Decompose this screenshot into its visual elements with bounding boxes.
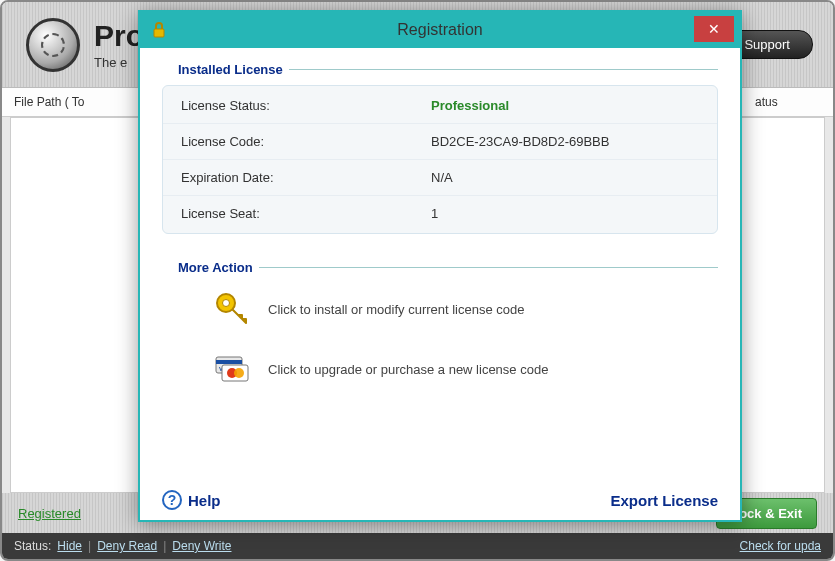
group-more-action-label: More Action bbox=[178, 260, 253, 275]
row-license-seat: License Seat: 1 bbox=[163, 195, 717, 231]
license-code-value: BD2CE-23CA9-BD8D2-69BBB bbox=[431, 134, 609, 149]
group-installed-license: Installed License bbox=[162, 62, 718, 77]
action-upgrade-label: Click to upgrade or purchase a new licen… bbox=[268, 362, 548, 377]
group-installed-license-label: Installed License bbox=[178, 62, 283, 77]
help-icon: ? bbox=[162, 490, 182, 510]
close-button[interactable]: ✕ bbox=[694, 16, 734, 42]
status-deny-read-link[interactable]: Deny Read bbox=[97, 539, 157, 553]
row-expiration: Expiration Date: N/A bbox=[163, 159, 717, 195]
separator: | bbox=[163, 539, 166, 553]
separator: | bbox=[88, 539, 91, 553]
license-code-label: License Code: bbox=[181, 134, 431, 149]
svg-point-8 bbox=[234, 368, 244, 378]
row-license-code: License Code: BD2CE-23CA9-BD8D2-69BBB bbox=[163, 123, 717, 159]
status-strip: Status: Hide | Deny Read | Deny Write Ch… bbox=[2, 533, 833, 559]
app-subtitle: The e bbox=[94, 55, 144, 70]
key-icon bbox=[212, 289, 252, 329]
license-seat-label: License Seat: bbox=[181, 206, 431, 221]
svg-rect-4 bbox=[216, 360, 242, 364]
registration-dialog: Registration ✕ Installed License License… bbox=[138, 10, 742, 522]
registered-link[interactable]: Registered bbox=[18, 506, 81, 521]
action-install-modify[interactable]: Click to install or modify current licen… bbox=[162, 283, 718, 335]
app-title: Pro bbox=[94, 19, 144, 53]
dialog-footer: ? Help Export License bbox=[162, 480, 718, 510]
status-deny-write-link[interactable]: Deny Write bbox=[172, 539, 231, 553]
action-upgrade-purchase[interactable]: VISA Click to upgrade or purchase a new … bbox=[162, 343, 718, 395]
action-install-label: Click to install or modify current licen… bbox=[268, 302, 525, 317]
app-title-block: Pro The e bbox=[94, 19, 144, 70]
svg-point-2 bbox=[223, 300, 230, 307]
status-label: Status: bbox=[14, 539, 51, 553]
license-status-value: Professional bbox=[431, 98, 509, 113]
divider bbox=[289, 69, 718, 70]
dialog-title: Registration bbox=[140, 21, 740, 39]
close-icon: ✕ bbox=[708, 21, 720, 37]
row-license-status: License Status: Professional bbox=[163, 88, 717, 123]
dial-icon bbox=[26, 18, 80, 72]
credit-cards-icon: VISA bbox=[212, 349, 252, 389]
status-hide-link[interactable]: Hide bbox=[57, 539, 82, 553]
license-seat-value: 1 bbox=[431, 206, 438, 221]
check-updates-link[interactable]: Check for upda bbox=[740, 539, 821, 553]
expiration-label: Expiration Date: bbox=[181, 170, 431, 185]
export-license-link[interactable]: Export License bbox=[610, 492, 718, 509]
expiration-value: N/A bbox=[431, 170, 453, 185]
dialog-body: Installed License License Status: Profes… bbox=[140, 48, 740, 520]
help-label: Help bbox=[188, 492, 221, 509]
dialog-titlebar[interactable]: Registration ✕ bbox=[140, 12, 740, 48]
license-info-panel: License Status: Professional License Cod… bbox=[162, 85, 718, 234]
col-status: atus bbox=[743, 95, 833, 109]
license-status-label: License Status: bbox=[181, 98, 431, 113]
help-link[interactable]: ? Help bbox=[162, 490, 221, 510]
group-more-action: More Action bbox=[162, 260, 718, 275]
divider bbox=[259, 267, 718, 268]
